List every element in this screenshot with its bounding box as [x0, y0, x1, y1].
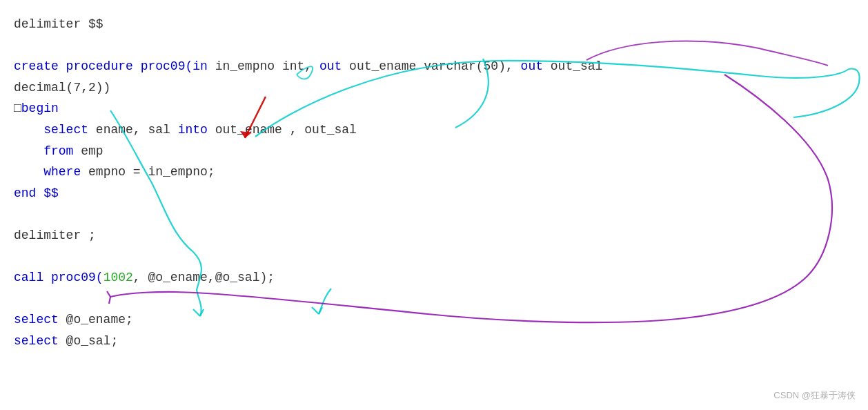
code-line-12 — [14, 246, 854, 268]
code-line-5: □begin — [14, 98, 854, 119]
code-line-13: call proc09(1002, @o_ename,@o_sal); — [14, 267, 854, 289]
code-line-7: from emp — [14, 141, 854, 162]
code-line-10 — [14, 204, 854, 225]
code-line-4: decimal(7,2)) — [14, 77, 854, 99]
code-line-11: delimiter ; — [14, 225, 854, 246]
code-line-3: create procedure proc09(in in_empno int,… — [14, 56, 854, 77]
code-line-8: where empno = in_empno; — [14, 162, 854, 183]
code-line-15: select @o_ename; — [14, 309, 854, 331]
code-line-9: end $$ — [14, 183, 854, 204]
code-line-1: delimiter $$ — [14, 14, 854, 35]
code-line-16: select @o_sal; — [14, 331, 854, 352]
code-line-2 — [14, 35, 854, 57]
code-block: delimiter $$ create procedure proc09(in … — [0, 0, 868, 366]
brand-label: CSDN @狂暴于涛侠 — [773, 389, 856, 402]
code-line-6: select ename, sal into out_ename , out_s… — [14, 119, 854, 141]
code-line-14 — [14, 289, 854, 310]
